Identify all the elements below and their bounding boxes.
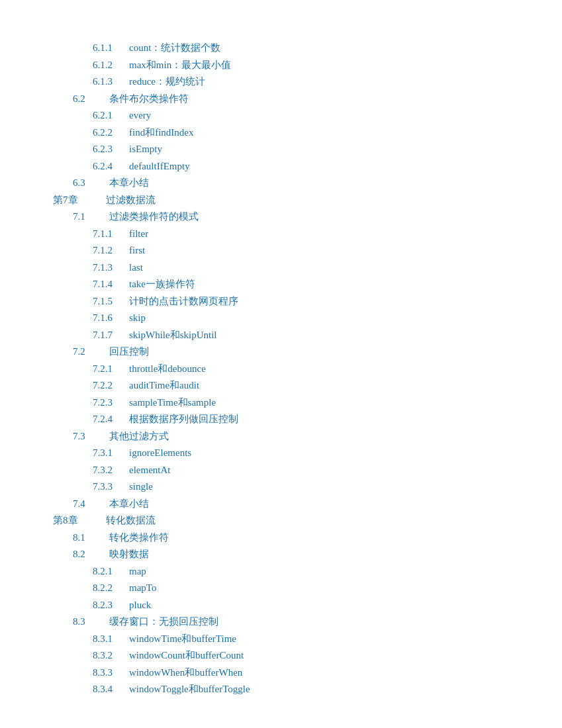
list-item[interactable]: 7.3.1ignoreElements: [53, 445, 509, 462]
toc-title: 计时的点击计数网页程序: [129, 296, 238, 306]
toc-title: 映射数据: [109, 549, 149, 559]
list-item[interactable]: 7.1.2first: [53, 242, 509, 259]
toc-id: 8.1: [73, 529, 109, 547]
list-item[interactable]: 7.3.2elementAt: [53, 462, 509, 479]
toc-id: 8.3.1: [93, 631, 129, 648]
toc-title: max和min：最大最小值: [129, 60, 231, 70]
list-item[interactable]: 第8章转化数据流: [53, 512, 509, 529]
toc-title: first: [129, 245, 145, 255]
list-item[interactable]: 8.3.3windowWhen和bufferWhen: [53, 664, 509, 682]
toc-title: take一族操作符: [129, 279, 195, 289]
toc-id: 6.2.4: [93, 158, 129, 175]
toc-id: 6.2: [73, 91, 109, 108]
toc-title: 过滤数据流: [106, 195, 156, 205]
list-item[interactable]: 7.2回压控制: [53, 343, 509, 361]
list-item[interactable]: 8.3.2windowCount和bufferCount: [53, 647, 509, 664]
toc-id: 8.3.3: [93, 664, 129, 682]
toc-id: 7.2.4: [93, 411, 129, 428]
toc-container: 6.1.1count：统计数据个数6.1.2max和min：最大最小值6.1.3…: [53, 40, 509, 698]
toc-title: windowTime和bufferTime: [129, 633, 236, 644]
toc-title: reduce：规约统计: [129, 76, 205, 87]
list-item[interactable]: 7.1.1filter: [53, 226, 509, 243]
toc-title: elementAt: [129, 465, 170, 475]
toc-id: 7.1.1: [93, 226, 129, 243]
toc-title: 其他过滤方式: [109, 431, 169, 441]
toc-id: 8.3.4: [93, 681, 129, 698]
list-item[interactable]: 6.2.4defaultIfEmpty: [53, 158, 509, 175]
list-item[interactable]: 7.2.4根据数据序列做回压控制: [53, 411, 509, 428]
list-item[interactable]: 6.2.2find和findIndex: [53, 124, 509, 142]
toc-id: 6.2.1: [93, 107, 129, 124]
list-item[interactable]: 8.3.1windowTime和bufferTime: [53, 631, 509, 648]
toc-title: throttle和debounce: [129, 363, 206, 374]
toc-title: 转化类操作符: [109, 532, 169, 543]
toc-id: 7.4: [73, 496, 109, 513]
list-item[interactable]: 7.1过滤类操作符的模式: [53, 208, 509, 226]
toc-title: windowCount和bufferCount: [129, 650, 244, 660]
list-item[interactable]: 8.2映射数据: [53, 546, 509, 563]
list-item[interactable]: 7.4本章小结: [53, 496, 509, 513]
toc-title: 缓存窗口：无损回压控制: [109, 616, 218, 627]
list-item[interactable]: 7.1.3last: [53, 259, 509, 277]
list-item[interactable]: 7.1.7skipWhile和skipUntil: [53, 327, 509, 344]
toc-title: windowWhen和bufferWhen: [129, 667, 242, 678]
toc-title: 过滤类操作符的模式: [109, 211, 199, 222]
toc-id: 7.1.4: [93, 276, 129, 293]
toc-id: 8.2.1: [93, 563, 129, 580]
toc-id: 第8章: [53, 512, 106, 529]
list-item[interactable]: 7.1.6skip: [53, 310, 509, 327]
toc-title: auditTime和audit: [129, 380, 199, 390]
list-item[interactable]: 7.3.3single: [53, 478, 509, 496]
list-item[interactable]: 7.2.2auditTime和audit: [53, 377, 509, 394]
toc-id: 7.2.2: [93, 377, 129, 394]
list-item[interactable]: 8.2.2mapTo: [53, 580, 509, 597]
list-item[interactable]: 8.1转化类操作符: [53, 529, 509, 547]
toc-title: 条件布尔类操作符: [109, 93, 189, 104]
toc-id: 7.3.1: [93, 445, 129, 462]
list-item[interactable]: 8.3缓存窗口：无损回压控制: [53, 614, 509, 631]
toc-id: 7.1.6: [93, 310, 129, 327]
list-item[interactable]: 6.2条件布尔类操作符: [53, 91, 509, 108]
list-item[interactable]: 8.2.3pluck: [53, 597, 509, 614]
toc-id: 7.1.2: [93, 242, 129, 259]
list-item[interactable]: 6.1.3reduce：规约统计: [53, 73, 509, 91]
toc-id: 7.1.7: [93, 327, 129, 344]
toc-title: 本章小结: [109, 177, 149, 188]
toc-id: 7.2: [73, 343, 109, 361]
toc-title: find和findIndex: [129, 127, 193, 138]
list-item[interactable]: 8.2.1map: [53, 563, 509, 580]
list-item[interactable]: 6.2.3isEmpty: [53, 141, 509, 158]
list-item[interactable]: 6.1.1count：统计数据个数: [53, 40, 509, 57]
toc-id: 第7章: [53, 192, 106, 209]
toc-title: windowToggle和bufferToggle: [129, 684, 250, 694]
toc-title: 转化数据流: [106, 515, 156, 525]
list-item[interactable]: 7.1.5计时的点击计数网页程序: [53, 293, 509, 310]
toc-id: 7.2.3: [93, 394, 129, 412]
toc-title: ignoreElements: [129, 447, 191, 458]
toc-id: 7.3.3: [93, 478, 129, 496]
list-item[interactable]: 7.1.4take一族操作符: [53, 276, 509, 293]
toc-id: 8.2: [73, 546, 109, 563]
list-item[interactable]: 6.3本章小结: [53, 175, 509, 192]
toc-id: 7.1.5: [93, 293, 129, 310]
toc-id: 6.1.2: [93, 57, 129, 74]
toc-id: 6.2.2: [93, 124, 129, 142]
list-item[interactable]: 7.2.1throttle和debounce: [53, 361, 509, 378]
list-item[interactable]: 7.3其他过滤方式: [53, 428, 509, 445]
toc-id: 7.1: [73, 208, 109, 226]
toc-title: sampleTime和sample: [129, 397, 216, 408]
list-item[interactable]: 第7章过滤数据流: [53, 192, 509, 209]
toc-title: single: [129, 481, 153, 492]
toc-title: defaultIfEmpty: [129, 161, 190, 171]
toc-title: skip: [129, 312, 146, 323]
toc-id: 7.1.3: [93, 259, 129, 277]
toc-id: 6.2.3: [93, 141, 129, 158]
toc-title: count：统计数据个数: [129, 42, 220, 53]
toc-title: last: [129, 262, 143, 273]
list-item[interactable]: 8.3.4windowToggle和bufferToggle: [53, 681, 509, 698]
toc-title: every: [129, 110, 151, 120]
list-item[interactable]: 6.2.1every: [53, 107, 509, 124]
list-item[interactable]: 7.2.3sampleTime和sample: [53, 394, 509, 412]
list-item[interactable]: 6.1.2max和min：最大最小值: [53, 57, 509, 74]
toc-id: 7.3: [73, 428, 109, 445]
